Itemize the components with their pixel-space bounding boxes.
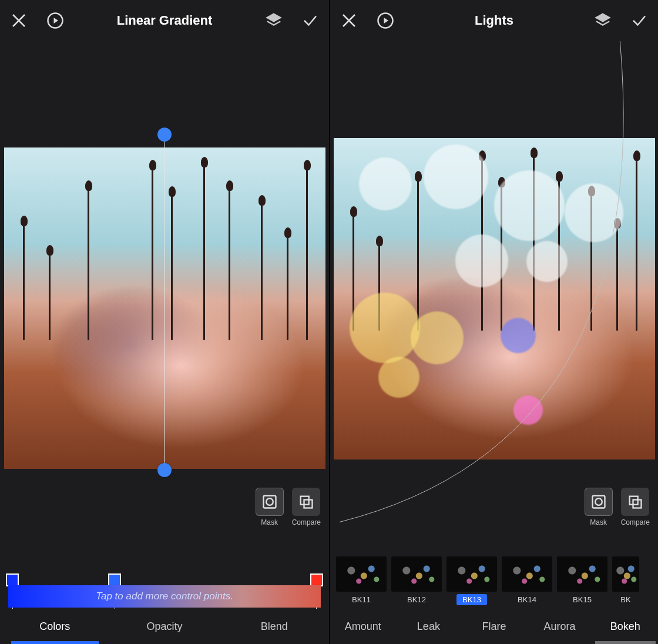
topbar: Lights: [330, 0, 658, 41]
tab-leak[interactable]: Leak: [396, 609, 462, 644]
tool-row: Mask Compare: [256, 488, 321, 526]
tab-blend[interactable]: Blend: [219, 609, 329, 644]
compare-label: Compare: [621, 518, 650, 526]
gradient-stop-mid[interactable]: [108, 573, 121, 586]
gradient-handle-start[interactable]: [157, 128, 172, 142]
gradient-strip[interactable]: Tap to add more control points.: [8, 575, 321, 608]
preset-bk15[interactable]: BK15: [557, 556, 607, 605]
layers-icon[interactable]: [264, 11, 283, 30]
canvas[interactable]: [330, 41, 658, 556]
compare-label: Compare: [292, 518, 321, 526]
confirm-icon[interactable]: [301, 11, 320, 30]
svg-rect-1: [263, 496, 276, 508]
mask-button[interactable]: Mask: [585, 488, 613, 526]
gradient-hint: Tap to add more control points.: [96, 591, 233, 602]
tab-colors[interactable]: Colors: [0, 609, 110, 644]
close-icon[interactable]: [340, 11, 358, 30]
preset-bk12[interactable]: BK12: [391, 556, 442, 605]
play-icon[interactable]: [376, 11, 395, 30]
close-icon[interactable]: [9, 11, 28, 30]
topbar: Linear Gradient: [0, 0, 329, 41]
svg-point-2: [266, 498, 273, 505]
layers-icon[interactable]: [593, 11, 612, 30]
screen-linear-gradient: Linear Gradient Mask: [0, 0, 329, 644]
bottom-tabs: Colors Opacity Blend: [0, 609, 329, 644]
photo-preview[interactable]: [334, 138, 655, 459]
svg-point-7: [595, 498, 602, 505]
gradient-axis[interactable]: [164, 130, 165, 475]
compare-button[interactable]: Compare: [621, 488, 650, 526]
preset-bk14[interactable]: BK14: [502, 556, 552, 605]
tab-opacity[interactable]: Opacity: [110, 609, 220, 644]
mask-button[interactable]: Mask: [256, 488, 284, 526]
mask-label: Mask: [261, 518, 278, 526]
page-title: Lights: [395, 13, 593, 28]
page-title: Linear Gradient: [65, 13, 264, 28]
tool-row: Mask Compare: [585, 488, 650, 526]
gradient-stop-end[interactable]: [310, 573, 323, 586]
confirm-icon[interactable]: [630, 11, 649, 30]
play-icon[interactable]: [46, 11, 65, 30]
tab-aurora[interactable]: Aurora: [527, 609, 593, 644]
svg-rect-6: [592, 496, 605, 508]
bottom-tabs: Amount Leak Flare Aurora Bokeh: [330, 609, 658, 644]
screen-lights: Lights: [329, 0, 658, 644]
gradient-handle-end[interactable]: [157, 463, 172, 477]
tab-bokeh[interactable]: Bokeh: [592, 609, 658, 644]
gradient-bar[interactable]: Tap to add more control points.: [8, 585, 321, 608]
tab-flare[interactable]: Flare: [461, 609, 527, 644]
tab-amount[interactable]: Amount: [330, 609, 396, 644]
preset-bk-next[interactable]: BK: [612, 556, 639, 605]
svg-rect-3: [301, 497, 309, 505]
photo-preview[interactable]: [4, 147, 325, 469]
preset-bk11[interactable]: BK11: [336, 556, 387, 605]
mask-label: Mask: [590, 518, 607, 526]
gradient-stop-start[interactable]: [6, 573, 19, 586]
preset-strip[interactable]: BK11 BK12 BK13 BK14 BK15 BK: [330, 556, 658, 609]
compare-button[interactable]: Compare: [292, 488, 321, 526]
preset-bk13[interactable]: BK13: [446, 556, 497, 605]
